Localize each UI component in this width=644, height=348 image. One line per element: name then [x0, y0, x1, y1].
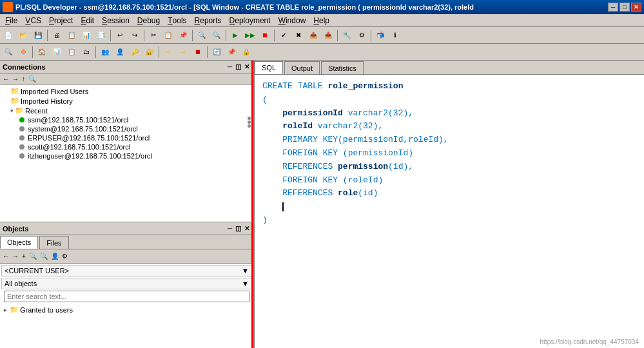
panel-restore-btn[interactable]: ◫	[234, 63, 242, 70]
cut-btn[interactable]: ✂	[146, 28, 161, 43]
conn-refresh-btn[interactable]: ↑	[21, 75, 26, 82]
btn4[interactable]: 📑	[94, 28, 108, 43]
t2-btn4[interactable]: 🗂	[79, 45, 93, 59]
menu-window[interactable]: Window	[275, 14, 310, 26]
commit-btn[interactable]: ✔	[277, 28, 291, 43]
sql-line-9: REFERENCES role(id)	[262, 187, 636, 200]
side-dots	[248, 117, 251, 128]
tree-item-system[interactable]: system@192.168.75.100:1521/orcl	[1, 124, 252, 133]
menu-file[interactable]: File	[1, 14, 21, 26]
tree-item-itzheng[interactable]: itzhenguser@192.168.75.100:1521/orcl	[1, 151, 252, 160]
tree-item-imported-history[interactable]: 📁 Imported History	[1, 96, 252, 106]
panel-close-btn[interactable]: ✕	[243, 63, 251, 70]
panel-minimize-btn[interactable]: ─	[226, 63, 233, 70]
open-btn[interactable]: 📂	[16, 28, 30, 43]
t2-btn6[interactable]: 👤	[113, 45, 127, 59]
stop-btn[interactable]: ⏹	[258, 28, 272, 43]
obj-back-btn[interactable]: ←	[1, 253, 10, 260]
t2-btn11[interactable]: 🔒	[239, 45, 253, 59]
obj-panel-close-btn[interactable]: ✕	[243, 225, 251, 232]
menu-deployment[interactable]: Deployment	[226, 14, 275, 26]
tree-item-ssm[interactable]: ssm@192.168.75.100:1521/orcl	[1, 115, 252, 124]
menu-debug[interactable]: Debug	[133, 14, 164, 26]
t2-btn7[interactable]: 🔑	[128, 45, 142, 59]
conn-back-btn[interactable]: ←	[1, 75, 10, 82]
menu-session[interactable]: Session	[98, 14, 133, 26]
conn-dot-gray	[19, 144, 24, 150]
arrow-right-btn[interactable]: →	[176, 45, 190, 59]
btn9[interactable]: 📬	[373, 28, 387, 43]
kw-primary: PRIMARY KEY	[282, 135, 338, 144]
t2-btn1[interactable]: 🏠	[35, 45, 49, 59]
sql-editor-panel: SQL Output Statistics CREATE TABLE role_…	[255, 61, 644, 348]
arrow-left-btn[interactable]: ←	[161, 45, 175, 59]
minimize-button[interactable]: ─	[608, 3, 618, 12]
t2-btn9[interactable]: 🔄	[210, 45, 224, 59]
tab-output[interactable]: Output	[284, 61, 320, 74]
gear-btn[interactable]: ⚙	[16, 45, 30, 59]
redo-btn[interactable]: ↪	[128, 28, 142, 43]
undo-btn[interactable]: ↩	[113, 28, 127, 43]
btn10[interactable]: ℹ	[388, 28, 402, 43]
find2-btn[interactable]: 🔍	[210, 28, 224, 43]
tab-files[interactable]: Files	[39, 236, 68, 249]
t2-btn2[interactable]: 📊	[50, 45, 64, 59]
conn-forward-btn[interactable]: →	[11, 75, 20, 82]
obj-forward-btn[interactable]: →	[11, 253, 20, 260]
obj-person-btn[interactable]: 👤	[50, 253, 60, 260]
objects-panel: Objects ─ ◫ ✕ Objects Files ← → + 🔍 🔍 👤	[0, 222, 253, 348]
red-border-line	[251, 61, 253, 222]
t2-btn8[interactable]: 🔐	[142, 45, 157, 59]
btn3[interactable]: 📊	[79, 28, 93, 43]
title-bar: PL/SQL Developer - ssm@192.168.75.100:15…	[0, 0, 644, 14]
obj-search-btn[interactable]: 🔍	[28, 253, 38, 260]
btn7[interactable]: 🔧	[340, 28, 354, 43]
run-btn[interactable]: ▶	[228, 28, 242, 43]
t2-btn3[interactable]: 📋	[64, 45, 79, 59]
menu-tools[interactable]: Tools	[164, 14, 190, 26]
t2-btn5[interactable]: 👥	[98, 45, 112, 59]
close-button[interactable]: ✕	[631, 3, 641, 12]
t2-stop-btn[interactable]: ⏹	[191, 45, 205, 59]
obj-panel-min-btn[interactable]: ─	[226, 225, 233, 232]
zoom-btn[interactable]: 🔍	[1, 45, 15, 59]
obj-panel-max-btn[interactable]: ◫	[234, 225, 242, 232]
t2-btn10[interactable]: 📌	[224, 45, 239, 59]
tree-item-recent[interactable]: ▾ 📁 Recent	[1, 106, 252, 115]
paste-btn[interactable]: 📌	[176, 28, 190, 43]
menu-edit[interactable]: Edit	[77, 14, 98, 26]
menu-reports[interactable]: Reports	[191, 14, 226, 26]
all-objects-selector[interactable]: All objects ▼	[1, 278, 252, 289]
tree-item-granted[interactable]: ▸ 📁 Granted to users	[3, 305, 251, 314]
conn-search-btn[interactable]: 🔍	[27, 75, 37, 82]
rollback-btn[interactable]: ✖	[291, 28, 306, 43]
obj-config-btn[interactable]: ⚙	[61, 253, 69, 260]
btn5[interactable]: 📤	[306, 28, 320, 43]
copy-btn[interactable]: 📋	[161, 28, 175, 43]
toolbar-main: 📄 📂 💾 🖨 📋 📊 📑 ↩ ↪ ✂ 📋 📌 🔍 🔍 ▶ ▶▶ ⏹ ✔ ✖ 📤…	[0, 27, 644, 44]
btn6[interactable]: 📥	[321, 28, 335, 43]
menu-project[interactable]: Project	[45, 14, 77, 26]
maximize-button[interactable]: □	[620, 3, 630, 12]
print-btn[interactable]: 🖨	[50, 28, 64, 43]
menu-help[interactable]: Help	[309, 14, 333, 26]
obj-add-btn[interactable]: +	[21, 253, 27, 260]
tree-item-erpuser[interactable]: ERPUSER@192.168.75.100:1521/orcl	[1, 133, 252, 142]
obj-filter-btn[interactable]: 🔍	[39, 253, 49, 260]
tab-statistics[interactable]: Statistics	[321, 61, 364, 74]
sql-editor-content[interactable]: CREATE TABLE role_permission ( permissio…	[255, 75, 644, 348]
sql-fk1: (permissionId)	[343, 148, 413, 158]
tab-objects[interactable]: Objects	[0, 236, 38, 249]
object-search-input[interactable]	[4, 291, 249, 302]
tree-item-scott[interactable]: scott@192.168.75.100:1521/orcl	[1, 142, 252, 151]
save-btn[interactable]: 💾	[31, 28, 45, 43]
new-btn[interactable]: 📄	[1, 28, 15, 43]
find-btn[interactable]: 🔍	[195, 28, 209, 43]
tab-sql[interactable]: SQL	[255, 61, 283, 74]
run2-btn[interactable]: ▶▶	[243, 28, 257, 43]
tree-item-imported-fixed[interactable]: 📁 Imported Fixed Users	[1, 86, 252, 96]
btn2[interactable]: 📋	[64, 28, 79, 43]
current-user-selector[interactable]: <CURRENT USER> ▼	[1, 265, 252, 276]
menu-vcs[interactable]: VCS	[21, 14, 45, 26]
btn8[interactable]: ⚙	[355, 28, 369, 43]
